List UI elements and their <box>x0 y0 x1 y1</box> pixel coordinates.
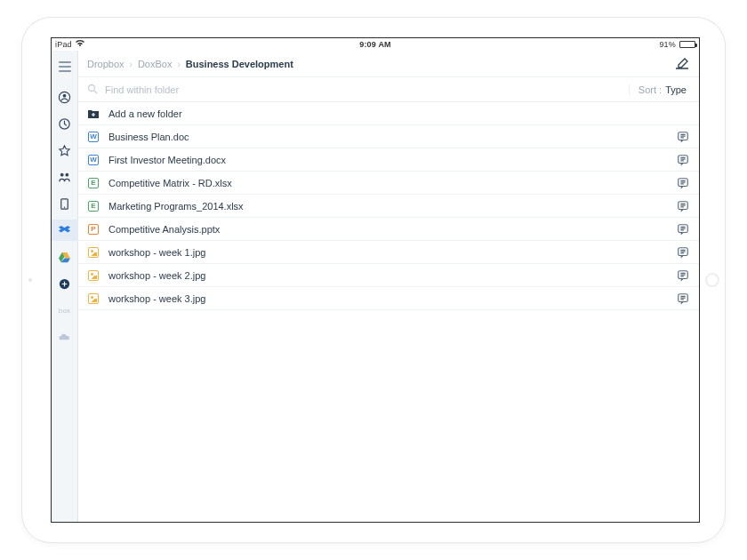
chevron-right-icon: › <box>177 60 180 69</box>
file-row[interactable]: WBusiness Plan.doc <box>78 125 699 148</box>
star-icon[interactable] <box>52 140 78 161</box>
file-name: Marketing Programs_2014.xlsx <box>108 201 667 212</box>
file-name: workshop - week 3.jpg <box>108 293 667 304</box>
search-bar: Sort : Type <box>78 77 699 102</box>
file-list: Add a new folder WBusiness Plan.docWFirs… <box>78 102 699 522</box>
sidebar: box <box>52 51 78 522</box>
file-row[interactable]: workshop - week 1.jpg <box>78 241 699 264</box>
svg-point-8 <box>89 84 95 91</box>
breadcrumb: Dropbox›DoxBox›Business Development <box>78 51 699 77</box>
annotate-icon[interactable] <box>676 268 690 283</box>
file-name: First Investor Meeting.docx <box>108 155 667 165</box>
dropbox-icon[interactable] <box>52 220 78 241</box>
file-name: Competitive Analysis.pptx <box>108 224 667 235</box>
breadcrumb-item: Business Development <box>186 59 293 69</box>
image-file-icon <box>87 246 100 259</box>
google-drive-icon[interactable] <box>52 246 78 268</box>
device-label: iPad <box>55 40 72 49</box>
battery-pct: 91% <box>659 40 676 49</box>
tablet-home-button[interactable] <box>705 273 719 287</box>
word-file-icon: W <box>87 131 100 143</box>
compose-button[interactable] <box>674 57 690 71</box>
menu-button[interactable] <box>52 56 78 77</box>
sort-control[interactable]: Sort : Type <box>629 84 699 95</box>
onedrive-icon[interactable] <box>52 326 78 348</box>
people-icon[interactable] <box>52 166 78 188</box>
status-bar: iPad 9:09 AM 91% <box>52 38 699 51</box>
annotate-icon[interactable] <box>676 176 690 190</box>
file-name: Competitive Matrix - RD.xlsx <box>108 178 667 188</box>
file-row[interactable]: WFirst Investor Meeting.docx <box>78 148 699 172</box>
annotate-icon[interactable] <box>676 153 690 167</box>
clock-icon[interactable] <box>52 113 78 134</box>
word-file-icon: W <box>87 154 100 166</box>
file-row[interactable]: PCompetitive Analysis.pptx <box>78 218 699 241</box>
svg-point-3 <box>60 172 64 176</box>
breadcrumb-item[interactable]: Dropbox <box>87 59 124 69</box>
image-file-icon <box>87 269 100 282</box>
file-row[interactable]: workshop - week 3.jpg <box>78 287 699 310</box>
ppt-file-icon: P <box>87 223 100 236</box>
onedrive-business-icon[interactable] <box>52 273 78 294</box>
user-icon[interactable] <box>52 86 78 108</box>
breadcrumb-item[interactable]: DoxBox <box>138 59 173 69</box>
svg-point-6 <box>64 206 66 208</box>
annotate-icon[interactable] <box>676 222 690 236</box>
add-folder-icon <box>87 108 100 120</box>
sort-label: Sort : <box>639 84 662 95</box>
search-icon <box>87 84 98 96</box>
annotate-icon[interactable] <box>676 199 690 213</box>
image-file-icon <box>87 292 100 305</box>
annotate-icon[interactable] <box>676 130 690 144</box>
status-time: 9:09 AM <box>359 40 391 49</box>
excel-file-icon: E <box>87 177 100 189</box>
file-row[interactable]: EMarketing Programs_2014.xlsx <box>78 195 699 218</box>
chevron-right-icon: › <box>130 60 133 69</box>
tablet-speaker <box>28 278 32 282</box>
excel-file-icon: E <box>87 200 100 212</box>
annotate-icon[interactable] <box>676 245 690 260</box>
add-folder-row[interactable]: Add a new folder <box>78 102 699 125</box>
search-input[interactable] <box>105 84 620 95</box>
svg-point-4 <box>65 172 68 176</box>
add-folder-label: Add a new folder <box>108 108 690 119</box>
file-row[interactable]: ECompetitive Matrix - RD.xlsx <box>78 172 699 195</box>
box-icon[interactable]: box <box>52 300 78 321</box>
device-icon[interactable] <box>52 193 78 214</box>
battery-icon <box>679 41 695 48</box>
file-name: workshop - week 2.jpg <box>108 270 667 281</box>
wifi-icon <box>76 40 84 49</box>
sort-value: Type <box>665 84 687 95</box>
annotate-icon[interactable] <box>676 292 690 306</box>
file-name: workshop - week 1.jpg <box>108 247 667 258</box>
file-name: Business Plan.doc <box>108 132 667 142</box>
svg-point-1 <box>63 93 67 97</box>
file-row[interactable]: workshop - week 2.jpg <box>78 264 699 287</box>
